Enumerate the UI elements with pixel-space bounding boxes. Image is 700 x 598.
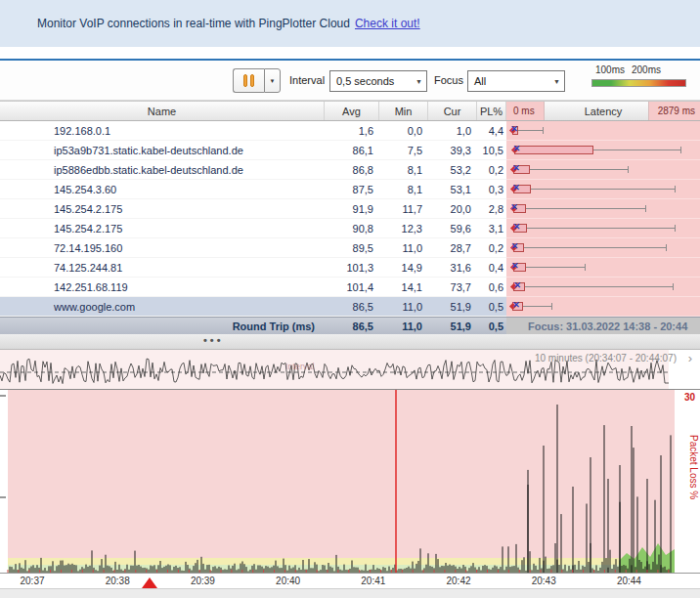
cell-cur: 31,6 [428, 258, 477, 278]
table-row[interactable]: 145.254.2.17591,911,720,02,8✕ [0, 199, 700, 219]
pingplotter-window: Monitor VoIP connections in real-time wi… [0, 0, 700, 598]
toolbar: ▼ Interval 0,5 seconds ▼ Focus All ▼ 100… [0, 61, 700, 101]
column-header-pl[interactable]: PL% [477, 102, 506, 120]
focus-start-marker[interactable] [142, 577, 157, 588]
latency-boxplot: ✕ [506, 160, 700, 180]
cell-pl: 0,3 [477, 180, 506, 199]
cell-name: 192.168.0.1 [0, 121, 325, 141]
column-header-name[interactable]: Name [0, 102, 325, 120]
column-header-latency[interactable]: 0 ms Latency 2879 ms [506, 102, 700, 120]
pane-splitter[interactable]: ••• [0, 334, 700, 350]
chevron-right-icon[interactable]: › [688, 351, 692, 365]
time-tick-label: 20:40 [276, 576, 300, 586]
chevron-down-icon: ▼ [553, 78, 560, 85]
cell-min: 11,0 [379, 297, 428, 317]
cell-min: 0,0 [379, 121, 428, 141]
focus-select[interactable]: All ▼ [467, 70, 565, 92]
round-trip-row[interactable]: Round Trip (ms) 86,5 11,0 51,9 0,5 Focus… [0, 317, 700, 334]
cell-min: 12,3 [379, 219, 428, 238]
timeline-range-label[interactable]: 10 minutes (20:34:07 - 20:44:07) [535, 353, 677, 363]
current-latency-marker-icon: ✕ [513, 144, 521, 153]
cell-avg: 86,8 [325, 160, 379, 180]
current-latency-marker-icon: ✕ [512, 183, 520, 192]
interval-label: Interval [289, 74, 325, 86]
packet-loss-axis-max: 30 [684, 392, 695, 403]
cell-avg: 86,5 [325, 297, 379, 317]
current-latency-marker-icon: ✕ [513, 222, 521, 232]
interval-value: 0,5 seconds [336, 75, 394, 87]
table-row[interactable]: 74.125.244.81101,314,931,60,4✕ [0, 258, 700, 278]
pause-button[interactable] [233, 68, 264, 93]
cell-cur: 53,2 [428, 160, 477, 180]
column-header-cur[interactable]: Cur [428, 102, 477, 120]
cell-cur: 28,7 [428, 238, 477, 258]
packet-loss-axis-label: Packet Loss % [688, 435, 699, 499]
cell-cur: 39,3 [428, 141, 477, 160]
focus-value: All [474, 75, 486, 87]
cell-min: 14,9 [379, 258, 428, 278]
table-row[interactable]: 142.251.68.119101,414,173,70,6✕ [0, 278, 700, 297]
current-latency-marker-icon: ✕ [510, 124, 518, 134]
round-trip-label: Round Trip (ms) [0, 318, 325, 334]
left-axis-ticks [0, 396, 6, 497]
cell-avg: 86,1 [325, 141, 379, 160]
current-latency-marker-icon: ✕ [511, 261, 519, 271]
interval-select[interactable]: 0,5 seconds ▼ [329, 70, 427, 92]
pause-dropdown-button[interactable]: ▼ [264, 68, 281, 93]
time-axis: 20:3720:3820:3920:4020:4120:4220:4320:44 [0, 573, 700, 588]
cell-cur: 73,7 [428, 278, 477, 297]
pause-button-group: ▼ [233, 68, 281, 93]
horizontal-scrollbar[interactable] [0, 588, 700, 598]
cell-cur: 1,0 [428, 121, 477, 141]
time-tick-label: 20:41 [361, 576, 385, 586]
cell-name: 145.254.3.60 [0, 180, 325, 199]
cell-pl: 3,1 [477, 219, 506, 238]
promo-text: Monitor VoIP connections in real-time wi… [37, 17, 350, 30]
pause-icon [243, 74, 254, 87]
cell-pl: 10,5 [477, 141, 506, 160]
promo-banner: Monitor VoIP connections in real-time wi… [0, 0, 700, 47]
splitter-grip-icon: ••• [203, 334, 224, 346]
check-it-out-link[interactable]: Check it out! [355, 17, 420, 30]
table-row[interactable]: www.google.com86,511,051,90,5✕ [0, 297, 700, 317]
column-header-min[interactable]: Min [379, 102, 428, 120]
latency-legend: 100ms 200ms [591, 64, 686, 96]
column-header-avg[interactable]: Avg [325, 102, 379, 120]
round-trip-cur: 51,9 [428, 318, 477, 334]
latency-scale-max: 2879 ms [658, 106, 695, 116]
current-latency-marker-icon: ✕ [512, 163, 520, 173]
latency-boxplot: ✕ [506, 180, 700, 199]
cell-pl: 4,4 [477, 121, 506, 141]
packet-loss-svg [0, 390, 700, 574]
table-row[interactable]: 145.254.2.17590,812,359,63,1✕ [0, 219, 700, 238]
latency-boxplot: ✕ [506, 219, 700, 238]
table-row[interactable]: 72.14.195.16089,511,028,70,2✕ [0, 238, 700, 258]
round-trip-pl: 0,5 [477, 318, 506, 334]
latency-boxplot: ✕ [506, 297, 700, 317]
cell-name: 142.251.68.119 [0, 278, 325, 297]
table-row[interactable]: 145.254.3.6087,58,153,10,3✕ [0, 180, 700, 199]
packet-loss-chart[interactable]: 30 Packet Loss % [0, 389, 700, 573]
table-row[interactable]: 192.168.0.11,60,01,04,4✕ [0, 121, 700, 141]
latency-timeline-chart[interactable]: Interval 10 minutes (20:34:07 - 20:44:07… [0, 350, 700, 389]
cell-pl: 0,5 [477, 297, 506, 317]
cell-avg: 91,9 [325, 199, 379, 219]
interval-watermark: Interval [285, 362, 315, 371]
time-tick-label: 20:43 [532, 576, 556, 586]
cell-avg: 101,4 [325, 278, 379, 297]
cell-name: 145.254.2.175 [0, 199, 325, 219]
spacer [0, 47, 700, 59]
latency-boxplot: ✕ [506, 141, 700, 160]
cell-min: 14,1 [379, 278, 428, 297]
current-latency-marker-icon: ✕ [511, 241, 519, 251]
latency-boxplot: ✕ [506, 121, 700, 141]
time-tick-label: 20:44 [617, 576, 641, 586]
latency-boxplot: ✕ [506, 278, 700, 297]
latency-gradient-bar [591, 79, 686, 87]
latency-header-label: Latency [585, 106, 623, 117]
cell-avg: 89,5 [325, 238, 379, 258]
table-row[interactable]: ip53a9b731.static.kabel-deutschland.de86… [0, 141, 700, 160]
table-row[interactable]: ip5886edbb.static.kabel-deutschland.de86… [0, 160, 700, 180]
table-header-row: Name Avg Min Cur PL% 0 ms Latency 2879 m… [0, 101, 700, 121]
focus-label: Focus [434, 74, 463, 86]
